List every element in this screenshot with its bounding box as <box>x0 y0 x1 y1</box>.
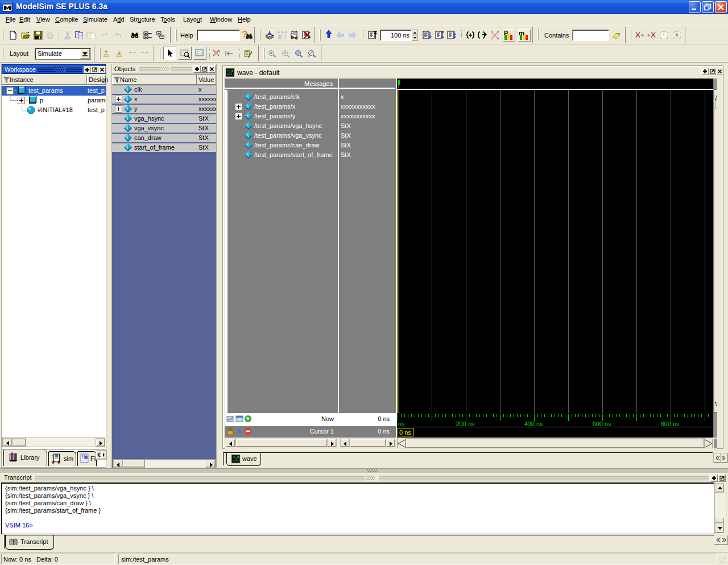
svg-text:P: P <box>504 30 508 36</box>
svg-text:m: m <box>519 30 524 36</box>
